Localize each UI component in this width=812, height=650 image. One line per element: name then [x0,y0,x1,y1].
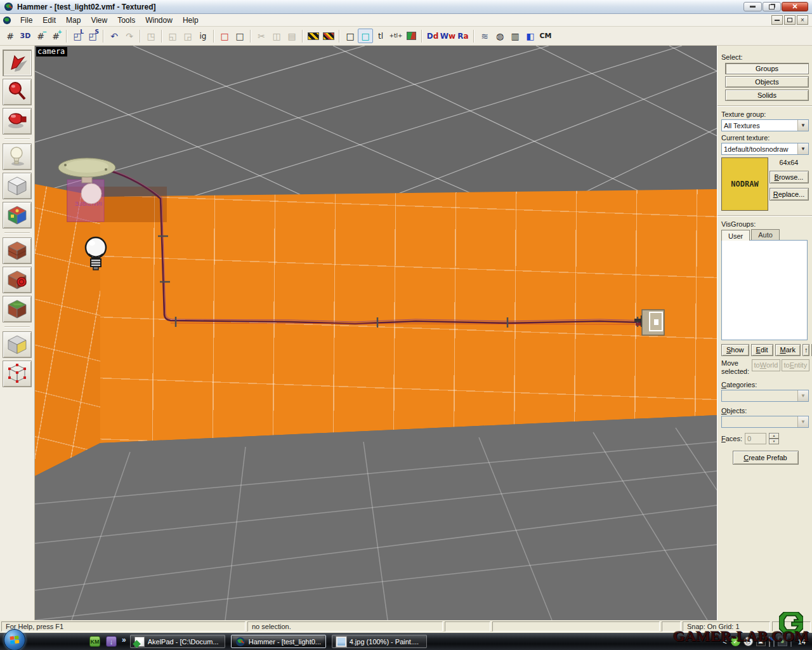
visgroup-edit-button[interactable]: Edit [751,344,773,356]
group-icon[interactable]: ◱ [165,29,180,43]
visgroup-show-button[interactable]: Show [721,344,749,356]
entity-tool[interactable] [3,143,32,170]
selection-mode-icon[interactable]: □ [358,29,373,43]
scheduler-icon[interactable]: ◴ [743,637,753,646]
menu-item-map[interactable]: Map [61,15,86,26]
taskbar-button-hammer[interactable]: Hammer - [test_light0... [231,635,326,648]
run-ww-icon[interactable]: Ww [440,29,455,43]
cut-icon[interactable]: ✂ [254,29,269,43]
undo-icon[interactable]: ↶ [107,29,122,43]
taskbar-button-paint[interactable]: 4.jpg (100%) - Paint.... [332,635,427,648]
select-touching-icon[interactable]: □ [343,29,358,43]
faces-spinner[interactable]: ▲ ▼ [769,433,779,444]
grid-3d-icon[interactable]: 3D [18,29,33,43]
replace-button[interactable]: Replace... [769,188,809,201]
cm-icon[interactable]: CM [538,29,553,43]
block-tool[interactable] [3,173,32,199]
wire-model[interactable] [109,169,642,328]
chevron-down-icon[interactable]: ▼ [797,416,808,427]
viewport-3d[interactable]: INVISIBLE [35,46,717,620]
texture-lock-icon[interactable]: tl [373,29,388,43]
ignore-groups-icon[interactable]: ig [195,29,211,43]
make-hollow-icon[interactable]: □ [232,29,247,43]
faces-input[interactable]: 0 [745,433,766,444]
menu-item-file[interactable]: File [15,15,37,26]
tray-collapse-arrow[interactable]: < [723,638,726,646]
cordon-toggle-icon[interactable] [321,29,336,43]
restore-button[interactable] [763,2,781,11]
categories-select[interactable]: ▼ [721,390,809,402]
run-dd-icon[interactable]: Dd [425,29,440,43]
load-window-state-icon[interactable]: ◰L [70,29,85,43]
camera-tool[interactable] [3,108,32,135]
magnify-tool[interactable] [3,79,32,105]
mdi-minimize-button[interactable] [771,15,783,25]
taskbar-clock[interactable]: 14 [796,638,806,646]
tab-visgroups-auto[interactable]: Auto [751,229,780,240]
objects-select[interactable]: ▼ [721,416,809,428]
create-prefab-button[interactable]: Create Prefab [733,451,799,465]
to-world-button[interactable]: toWorld [752,359,780,371]
to-entity-button[interactable]: toEntity [782,359,809,371]
move-up-button[interactable]: ↑ [802,344,810,356]
clipping-tool[interactable] [3,331,32,358]
run-ra-icon[interactable]: Ra [455,29,471,43]
input-switcher-icon[interactable]: ▣ [756,637,766,646]
save-window-state-icon[interactable]: ◰S [85,29,100,43]
current-texture-select[interactable]: 1default/toolsnodraw ▼ [721,143,809,155]
material-preview-icon[interactable]: ◧ [523,29,538,43]
menu-item-tools[interactable]: Tools [112,15,140,26]
carve-icon[interactable]: ◳ [143,29,159,43]
visgroup-mark-button[interactable]: Mark [775,344,801,356]
displacement-mask-icon[interactable]: ▥ [508,29,523,43]
spin-up-icon[interactable]: ▲ [769,433,779,439]
chevron-down-icon[interactable]: ▼ [797,390,808,401]
taskbar-button-akelpad[interactable]: AkelPad - [C:\Docum... [130,635,225,648]
mdi-restore-button[interactable] [784,15,796,25]
mdi-close-button[interactable]: × [797,15,808,25]
redo-icon[interactable]: ↷ [122,29,137,43]
menu-item-edit[interactable]: Edit [37,15,61,26]
ungroup-icon[interactable]: ◲ [180,29,195,43]
spin-down-icon[interactable]: ▼ [769,439,779,444]
media-player-icon[interactable]: KM [89,636,100,647]
menu-item-view[interactable]: View [86,15,112,26]
close-button[interactable]: ✕ [782,2,808,11]
selection-tool[interactable] [3,50,32,76]
larger-grid-icon[interactable]: #+ [48,29,63,43]
apply-current-texture-tool[interactable] [3,237,32,264]
chevron-down-icon[interactable]: ▼ [797,143,808,154]
paste-icon[interactable]: ▤ [284,29,299,43]
menu-item-help[interactable]: Help [178,15,204,26]
select-solids-button[interactable]: Solids [725,90,809,101]
overlay-tool[interactable] [3,296,32,322]
start-button[interactable] [4,629,25,650]
quick-launch-chevron[interactable]: » [122,635,126,644]
menu-item-window[interactable]: Window [140,15,178,26]
cordon-edit-icon[interactable] [306,29,321,43]
messenger-icon[interactable] [790,637,792,646]
chevron-down-icon[interactable]: ▼ [797,120,808,131]
minimize-button[interactable] [743,2,762,11]
apply-decals-tool[interactable] [3,267,32,293]
flip-objects-icon[interactable] [403,29,419,43]
tab-visgroups-user[interactable]: User [721,230,750,241]
texture-application-tool[interactable] [3,202,32,229]
vertex-tool[interactable] [3,361,32,387]
smaller-grid-icon[interactable]: #− [33,29,48,43]
texture-scale-lock-icon[interactable]: +tl+ [388,29,403,43]
network-icon[interactable]: ☻ [778,637,787,646]
texture-preview[interactable]: NODRAW [721,157,768,211]
select-objects-button[interactable]: Objects [725,76,809,88]
texture-group-select[interactable]: All Textures ▼ [721,119,809,131]
snap-grid-icon[interactable]: # [3,29,18,43]
light-entity-sprite[interactable] [86,237,106,270]
pointfile-icon[interactable]: ◍ [492,29,508,43]
us-flag-icon[interactable] [769,637,770,646]
antivirus-icon[interactable]: ✓ [731,637,740,646]
select-groups-button[interactable]: Groups [725,63,809,74]
visgroups-list[interactable] [721,240,808,340]
download-manager-icon[interactable]: ↓ [106,636,117,647]
copy-icon[interactable]: ◫ [269,29,284,43]
hollow-icon[interactable]: □ [217,29,232,43]
